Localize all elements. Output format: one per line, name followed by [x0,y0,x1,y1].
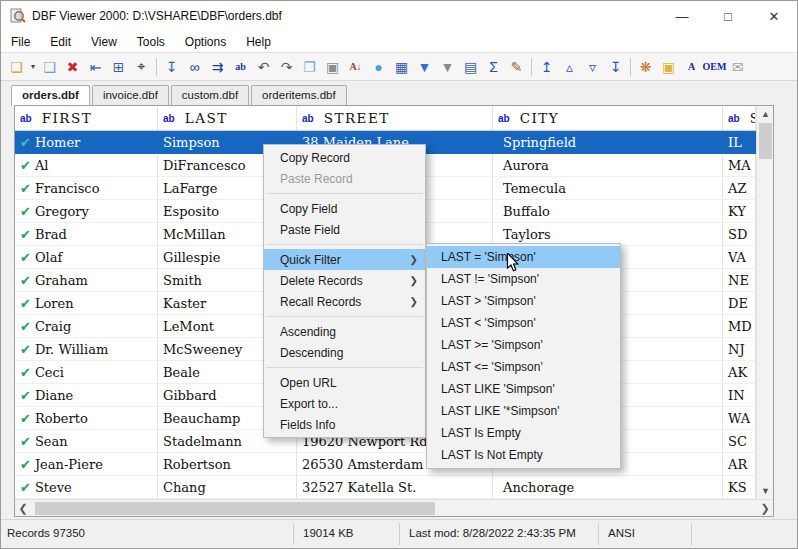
cell-first[interactable]: ✔Sean [15,430,158,452]
scroll-up-icon[interactable]: ▲ [757,106,774,122]
menu-file[interactable]: File [1,35,40,49]
quick-filter-item-last-simpson[interactable]: LAST != 'Simpson' [427,268,620,290]
cell-city[interactable]: Anchorage [493,476,723,498]
menu-edit[interactable]: Edit [40,35,81,49]
new-file-icon[interactable]: ❑ [38,56,61,78]
first-record-icon[interactable]: ↥ [535,56,558,78]
cell-first[interactable]: ✔Diane [15,384,158,406]
sum-icon[interactable]: Σ [482,56,505,78]
save-append-icon[interactable]: ↧ [160,56,183,78]
cell-last[interactable]: Robertson [158,453,297,475]
cell-state[interactable]: NE [723,269,756,291]
set-filter-icon[interactable]: ▼ [413,56,436,78]
tab-orders-dbf[interactable]: orders.dbf [11,85,90,106]
cell-first[interactable]: ✔Homer [15,131,158,153]
cell-state[interactable]: AK [723,361,756,383]
cell-state[interactable]: IN [723,384,756,406]
cell-city[interactable]: Buffalo [493,200,723,222]
cell-first[interactable]: ✔Ceci [15,361,158,383]
cell-first[interactable]: ✔Olaf [15,246,158,268]
cell-state[interactable]: KS [723,476,756,498]
column-header-last[interactable]: abLAST [158,106,297,130]
context-menu-item-fields-info[interactable]: Fields Info [264,414,425,435]
quick-filter-item-last-simpson[interactable]: LAST > 'Simpson' [427,290,620,312]
font-icon[interactable]: A [680,56,703,78]
clear-filter-icon[interactable]: ▼ [436,56,459,78]
quick-filter-item-last-simpson[interactable]: LAST >= 'Simpson' [427,334,620,356]
quick-filter-item-last-is-empty[interactable]: LAST Is Empty [427,422,620,444]
scroll-left-icon[interactable]: ❮ [15,500,31,517]
find-next-icon[interactable]: ⇉ [206,56,229,78]
cell-first[interactable]: ✔Al [15,154,158,176]
menu-view[interactable]: View [81,35,127,49]
redo-icon[interactable]: ↷ [275,56,298,78]
context-menu-item-open-url[interactable]: Open URL [264,372,425,393]
tab-invoice-dbf[interactable]: invoice.dbf [92,85,169,105]
context-menu-item-copy-record[interactable]: Copy Record [264,147,425,168]
open-file-icon[interactable]: ❏ [5,56,28,78]
goto-record-icon[interactable]: ⇤ [84,56,107,78]
cell-state[interactable]: AZ [723,177,756,199]
oem-icon[interactable]: OEM [703,56,726,78]
quick-filter-item-last-simpson[interactable]: LAST = 'Simpson' [427,246,620,268]
horizontal-scroll-thumb[interactable] [35,502,435,515]
cell-state[interactable]: SC [723,430,756,452]
cell-state[interactable]: SD [723,223,756,245]
cell-state[interactable]: VA [723,246,756,268]
cell-first[interactable]: ✔Gregory [15,200,158,222]
context-menu-item-descending[interactable]: Descending [264,342,425,363]
cell-state[interactable]: DE [723,292,756,314]
vertical-scrollbar[interactable]: ▲ ▼ [756,106,773,499]
cell-state[interactable]: IL [723,131,756,153]
cell-first[interactable]: ✔Steve [15,476,158,498]
minimize-button[interactable]: — [659,1,705,31]
color-palette-icon[interactable]: ❋ [634,56,657,78]
cell-state[interactable]: KY [723,200,756,222]
column-header-street[interactable]: abSTREET [297,106,493,130]
copy-icon[interactable]: ❐ [298,56,321,78]
cell-city[interactable]: Temecula [493,177,723,199]
menu-tools[interactable]: Tools [127,35,175,49]
zoom-icon[interactable]: ⌖ [130,56,153,78]
context-menu-item-ascending[interactable]: Ascending [264,321,425,342]
menu-options[interactable]: Options [175,35,236,49]
close-button[interactable]: ✕ [751,1,797,31]
cell-state[interactable]: WA [723,407,756,429]
cell-city[interactable]: Taylors [493,223,723,245]
open-file-dropdown-icon[interactable]: ▾ [28,56,38,78]
tab-custom-dbf[interactable]: custom.dbf [171,85,249,105]
delete-record-icon[interactable]: ✖ [61,56,84,78]
column-header-s[interactable]: abS [723,106,756,130]
export-mail-icon[interactable]: ✉ [726,56,749,78]
context-menu-item-quick-filter[interactable]: Quick Filter❯ [264,249,425,270]
cell-state[interactable]: MD [723,315,756,337]
cell-first[interactable]: ✔Craig [15,315,158,337]
structure-icon[interactable]: ⊞ [107,56,130,78]
scroll-right-icon[interactable]: ❯ [757,500,773,517]
table-row[interactable]: ✔SteveChang32527 Katella St.AnchorageKS [15,476,756,499]
menu-help[interactable]: Help [236,35,281,49]
scroll-down-icon[interactable]: ▼ [757,483,774,499]
cell-first[interactable]: ✔Jean-Piere [15,453,158,475]
cell-first[interactable]: ✔Loren [15,292,158,314]
cell-last[interactable]: Chang [158,476,297,498]
column-header-first[interactable]: abFIRST [15,106,158,130]
filter-grid-icon[interactable]: ▦ [390,56,413,78]
maximize-button[interactable]: □ [705,1,751,31]
comment-icon[interactable]: ● [367,56,390,78]
sort-az-icon[interactable]: A↓ [344,56,367,78]
table-row[interactable]: ✔Jean-PiereRobertson26530 Amsterdam AAR [15,453,756,476]
undo-icon[interactable]: ↶ [252,56,275,78]
quick-filter-item-last-like-simpson[interactable]: LAST LIKE 'Simpson' [427,378,620,400]
cell-first[interactable]: ✔Brad [15,223,158,245]
cell-city[interactable]: Aurora [493,154,723,176]
context-menu-item-delete-records[interactable]: Delete Records❯ [264,270,425,291]
quick-filter-item-last-simpson[interactable]: LAST <= 'Simpson' [427,356,620,378]
highlight-icon[interactable]: ▣ [657,56,680,78]
context-menu-item-export-to[interactable]: Export to... [264,393,425,414]
cell-first[interactable]: ✔Dr. William [15,338,158,360]
table-view-icon[interactable]: ▤ [459,56,482,78]
replace-icon[interactable]: ab [229,56,252,78]
column-header-city[interactable]: abCITY [493,106,723,130]
cell-city[interactable]: Springfield [493,131,723,153]
